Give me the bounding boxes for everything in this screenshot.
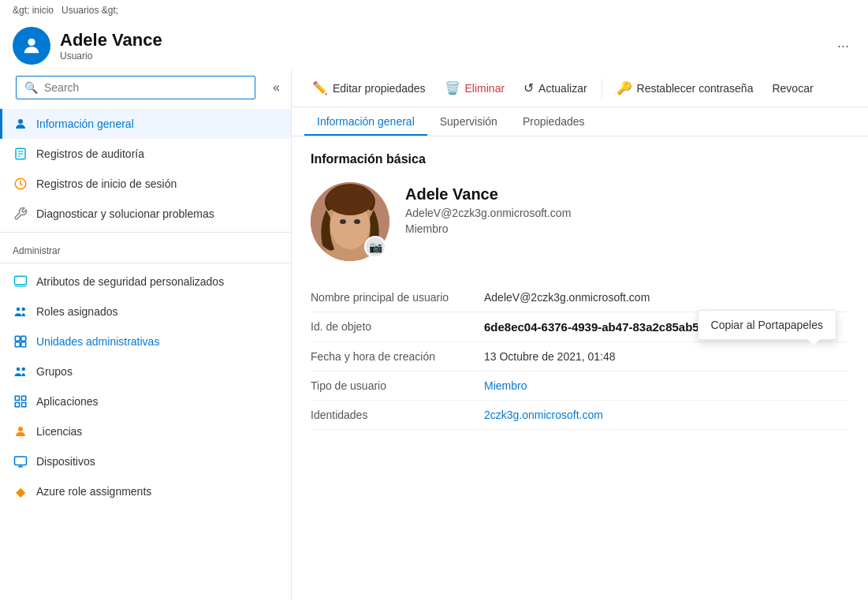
- tabs: Información general Supervisión Propieda…: [292, 107, 868, 136]
- delete-button[interactable]: 🗑️ Eliminar: [437, 76, 513, 100]
- tab-properties[interactable]: Propiedades: [510, 107, 598, 136]
- field-value: AdeleV@2czk3g.onmicrosoft.com: [484, 291, 849, 304]
- nav-divider-2: [0, 263, 291, 263]
- svg-rect-18: [22, 396, 26, 400]
- svg-point-21: [18, 427, 23, 431]
- field-label: Fecha y hora de creación: [311, 350, 484, 363]
- svg-point-10: [22, 308, 26, 312]
- sidebar-item-label: Aplicaciones: [36, 395, 99, 408]
- sidebar-item-security-attrs[interactable]: Atributos de seguridad personalizados: [0, 267, 291, 297]
- field-label: Tipo de usuario: [311, 379, 484, 392]
- sidebar-item-label: Atributos de seguridad personalizados: [36, 275, 224, 288]
- admin-units-icon: [13, 334, 28, 349]
- svg-rect-11: [15, 336, 20, 341]
- svg-point-31: [326, 184, 374, 215]
- profile-section: 📷 Adele Vance AdeleV@2czk3g.onmicrosoft.…: [311, 182, 849, 261]
- delete-label: Eliminar: [465, 82, 505, 95]
- sidebar-item-admin-units[interactable]: Unidades administrativas: [0, 327, 291, 356]
- refresh-button[interactable]: ↺ Actualizar: [516, 76, 594, 100]
- devices-icon: [13, 454, 28, 469]
- breadcrumb-text: &gt; inicio Usuarios &gt;: [13, 5, 118, 16]
- profile-info: Adele Vance AdeleV@2czk3g.onmicrosoft.co…: [405, 182, 571, 235]
- svg-point-16: [22, 368, 26, 371]
- sidebar-item-label: Registros de auditoría: [36, 147, 144, 160]
- azure-roles-icon: ◆: [13, 483, 28, 499]
- field-label: Identidades: [311, 409, 484, 421]
- nav-divider: [0, 232, 291, 233]
- sidebar-item-sign-in-logs[interactable]: Registros de inicio de sesión: [0, 169, 291, 199]
- sidebar-item-label: Roles asignados: [36, 305, 118, 318]
- table-row: Tipo de usuario Miembro: [311, 371, 849, 401]
- groups-icon: [13, 364, 28, 379]
- search-input[interactable]: [44, 81, 247, 94]
- svg-point-0: [28, 39, 35, 46]
- breadcrumb: &gt; inicio Usuarios &gt;: [0, 0, 868, 21]
- main-content: ✏️ Editar propiedades 🗑️ Eliminar ↺ Actu…: [292, 69, 868, 599]
- sidebar-item-diagnostics[interactable]: Diagnosticar y solucionar problemas: [0, 199, 291, 229]
- profile-photo-wrapper: 📷: [311, 182, 389, 261]
- sidebar-item-label: Grupos: [36, 365, 73, 378]
- edit-icon: ✏️: [312, 80, 328, 95]
- change-photo-button[interactable]: 📷: [364, 236, 386, 258]
- sidebar-collapse-button[interactable]: «: [268, 79, 285, 96]
- delete-icon: 🗑️: [445, 80, 460, 95]
- tab-supervision[interactable]: Supervisión: [427, 107, 510, 136]
- tooltip-text: Copiar al Portapapeles: [711, 319, 823, 331]
- svg-point-9: [17, 308, 20, 312]
- sidebar-item-label: Azure role assignments: [36, 485, 151, 498]
- user-icon: [13, 116, 28, 132]
- header-info: Adele Vance Usuario: [60, 30, 821, 62]
- sidebar-item-azure-roles[interactable]: ◆ Azure role assignments: [0, 476, 291, 506]
- sidebar-nav: Información general Registros de auditor…: [0, 106, 291, 599]
- edit-properties-button[interactable]: ✏️ Editar propiedades: [304, 76, 434, 100]
- sidebar-item-label: Registros de inicio de sesión: [36, 177, 177, 190]
- revoke-button[interactable]: Revocar: [764, 77, 821, 99]
- svg-rect-14: [21, 342, 26, 347]
- sidebar: 🔍 « Información general Registros de aud…: [0, 69, 292, 599]
- audit-icon: [13, 146, 28, 162]
- tab-info-general[interactable]: Información general: [304, 107, 427, 136]
- svg-point-1: [18, 119, 23, 124]
- sidebar-item-applications[interactable]: Aplicaciones: [0, 386, 291, 416]
- svg-point-29: [340, 219, 346, 224]
- reset-password-button[interactable]: 🔑 Restablecer contraseña: [609, 76, 762, 100]
- refresh-icon: ↺: [523, 80, 534, 95]
- field-value: 13 Octubre de 2021, 01:48: [484, 350, 849, 363]
- profile-email: AdeleV@2czk3g.onmicrosoft.com: [405, 207, 571, 219]
- sidebar-item-groups[interactable]: Grupos: [0, 356, 291, 386]
- signin-icon: [13, 176, 28, 192]
- user-name: Adele Vance: [60, 30, 821, 50]
- svg-rect-17: [15, 396, 19, 400]
- table-row: Identidades 2czk3g.onmicrosoft.com: [311, 401, 849, 430]
- sidebar-item-label: Licencias: [36, 425, 82, 438]
- svg-rect-7: [15, 276, 27, 285]
- sidebar-item-info-general[interactable]: Información general: [0, 109, 291, 139]
- svg-point-30: [354, 219, 360, 224]
- field-value-identity-link[interactable]: 2czk3g.onmicrosoft.com: [484, 409, 849, 421]
- field-value-user-type: Miembro: [484, 379, 849, 392]
- content-area: Información básica: [292, 136, 868, 599]
- sidebar-item-devices[interactable]: Dispositivos: [0, 446, 291, 476]
- sidebar-item-licenses[interactable]: Licencias: [0, 416, 291, 446]
- profile-name: Adele Vance: [405, 185, 571, 203]
- sidebar-item-assigned-roles[interactable]: Roles asignados: [0, 297, 291, 327]
- more-options-button[interactable]: ···: [831, 35, 855, 58]
- edit-label: Editar propiedades: [333, 82, 426, 95]
- svg-rect-13: [15, 342, 20, 347]
- roles-icon: [13, 304, 28, 319]
- sidebar-item-label: Dispositivos: [36, 455, 95, 468]
- field-label: Nombre principal de usuario: [311, 291, 484, 304]
- sidebar-item-label: Información general: [36, 118, 134, 130]
- table-row: Nombre principal de usuario AdeleV@2czk3…: [311, 283, 849, 312]
- svg-rect-12: [21, 336, 26, 341]
- sidebar-item-audit-logs[interactable]: Registros de auditoría: [0, 139, 291, 169]
- svg-rect-19: [15, 403, 19, 407]
- search-container: 🔍: [16, 76, 255, 99]
- revoke-label: Revocar: [772, 82, 813, 95]
- refresh-label: Actualizar: [538, 82, 587, 95]
- nav-section-administrar: Administrar: [0, 236, 291, 259]
- section-title: Información básica: [311, 152, 849, 166]
- svg-point-15: [17, 368, 20, 371]
- profile-type: Miembro: [405, 222, 571, 235]
- table-row: Fecha y hora de creación 13 Octubre de 2…: [311, 342, 849, 371]
